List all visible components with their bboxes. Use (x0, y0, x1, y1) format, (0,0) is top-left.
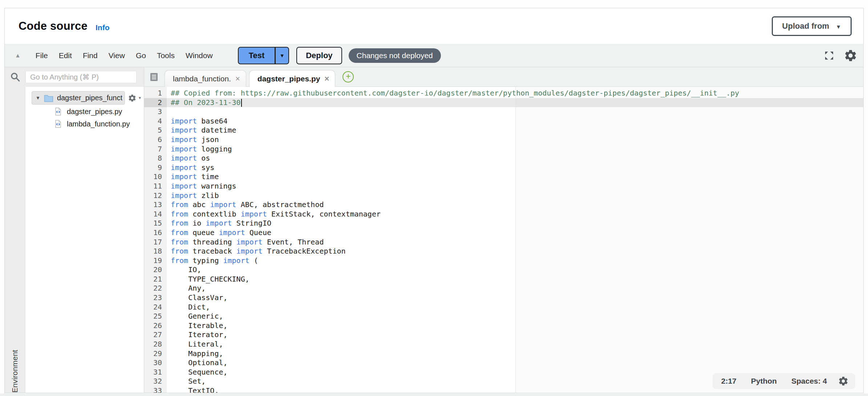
code-editor[interactable]: 1234567891011121314151617181920212223242… (144, 87, 863, 393)
code-line[interactable]: from abc import ABC, abstractmethod (167, 200, 863, 210)
code-line[interactable]: from typing import ( (167, 256, 863, 266)
gutter-line-number[interactable]: 22 (144, 284, 167, 293)
gutter-line-number[interactable]: 10 (144, 172, 167, 182)
folder-expand-caret-icon[interactable]: ▼ (36, 95, 40, 101)
code-line[interactable] (167, 107, 863, 117)
code-line[interactable]: import base64 (167, 117, 863, 126)
code-line[interactable]: import json (167, 135, 863, 145)
gutter-line-number[interactable]: 2 (144, 98, 167, 108)
close-tab-icon[interactable]: × (325, 75, 329, 83)
menu-item-tools[interactable]: Tools (151, 51, 180, 60)
gutter-line-number[interactable]: 16 (144, 228, 167, 238)
code-line[interactable]: import warnings (167, 182, 863, 191)
code-line[interactable]: from traceback import TracebackException (167, 247, 863, 256)
menu-item-window[interactable]: Window (180, 51, 218, 60)
settings-gear-icon[interactable] (844, 49, 857, 62)
fullscreen-expand-icon[interactable] (824, 50, 834, 61)
menu-item-view[interactable]: View (103, 51, 130, 60)
code-line[interactable]: Iterator, (167, 330, 863, 340)
add-tab-icon[interactable]: + (342, 71, 354, 82)
info-link[interactable]: Info (96, 23, 109, 32)
gutter-line-number[interactable]: 28 (144, 340, 167, 349)
code-line[interactable]: Any, (167, 284, 863, 293)
test-options-caret[interactable]: ▼ (275, 47, 289, 64)
menu-item-go[interactable]: Go (130, 51, 151, 60)
tab-label: dagster_pipes.py (257, 74, 320, 83)
code-line[interactable]: Iterable, (167, 321, 863, 331)
gutter-line-number[interactable]: 3 (144, 107, 167, 117)
gutter-line-number[interactable]: 11 (144, 182, 167, 191)
gutter-line-number[interactable]: 12 (144, 191, 167, 201)
code-line[interactable]: from contextlib import ExitStack, contex… (167, 210, 863, 219)
editor-status-bar: 2:17PythonSpaces: 4 (713, 373, 855, 389)
line-number-gutter[interactable]: 1234567891011121314151617181920212223242… (144, 87, 167, 393)
code-line[interactable]: Mapping, (167, 349, 863, 359)
code-line[interactable]: Literal, (167, 340, 863, 349)
gutter-line-number[interactable]: 24 (144, 303, 167, 312)
code-line[interactable]: Optional, (167, 358, 863, 368)
code-line[interactable]: from threading import Event, Thread (167, 238, 863, 247)
menu-item-edit[interactable]: Edit (53, 51, 77, 60)
code-line[interactable]: from io import StringIO (167, 219, 863, 228)
gutter-line-number[interactable]: 9 (144, 163, 167, 173)
gutter-line-number[interactable]: 29 (144, 349, 167, 359)
gutter-line-number[interactable]: 19 (144, 256, 167, 266)
menu-item-file[interactable]: File (30, 51, 53, 60)
gutter-line-number[interactable]: 17 (144, 238, 167, 247)
gutter-line-number[interactable]: 23 (144, 293, 167, 303)
gutter-line-number[interactable]: 1 (144, 89, 167, 98)
gutter-line-number[interactable]: 4 (144, 117, 167, 126)
code-line[interactable]: IO, (167, 265, 863, 275)
gutter-line-number[interactable]: 25 (144, 312, 167, 321)
code-line[interactable]: Dict, (167, 303, 863, 312)
code-line[interactable]: import logging (167, 145, 863, 154)
code-line[interactable]: ## Copied from: https://raw.githubuserco… (167, 89, 863, 98)
code-line[interactable]: import datetime (167, 126, 863, 135)
indentation-setting[interactable]: Spaces: 4 (791, 377, 827, 385)
gutter-line-number[interactable]: 15 (144, 219, 167, 228)
tree-folder[interactable]: ▼ dagster_pipes_funct (32, 91, 125, 105)
gutter-line-number[interactable]: 20 (144, 265, 167, 275)
gutter-line-number[interactable]: 31 (144, 368, 167, 377)
upload-from-button[interactable]: Upload from ▼ (772, 16, 852, 36)
gutter-line-number[interactable]: 30 (144, 358, 167, 368)
goto-anything-input[interactable] (25, 71, 137, 83)
menu-item-find[interactable]: Find (77, 51, 103, 60)
gutter-line-number[interactable]: 5 (144, 126, 167, 135)
code-line[interactable]: import sys (167, 163, 863, 173)
gutter-line-number[interactable]: 32 (144, 377, 167, 386)
code-line[interactable]: import zlib (167, 191, 863, 201)
folder-settings-gear-icon[interactable]: ▼ (128, 94, 142, 102)
environment-panel-tab[interactable]: Environment (5, 87, 25, 393)
deploy-button[interactable]: Deploy (296, 47, 342, 64)
tab-dagster_pipes_py[interactable]: dagster_pipes.py× (249, 70, 336, 87)
tree-file-dagster_pipes.py[interactable]: dagster_pipes.py (25, 105, 144, 118)
code-line[interactable]: TYPE_CHECKING, (167, 275, 863, 284)
code-line[interactable]: from queue import Queue (167, 228, 863, 238)
code-line[interactable]: ## On 2023-11-30 (167, 98, 863, 108)
tab-list-icon[interactable] (149, 72, 159, 82)
test-button[interactable]: Test (238, 47, 276, 64)
collapse-panel-icon[interactable]: ▲ (15, 52, 21, 59)
gutter-line-number[interactable]: 21 (144, 275, 167, 284)
language-mode[interactable]: Python (751, 377, 777, 385)
gutter-line-number[interactable]: 18 (144, 247, 167, 256)
tree-file-lambda_function.py[interactable]: lambda_function.py (25, 118, 144, 130)
gutter-line-number[interactable]: 13 (144, 200, 167, 210)
code-line[interactable]: Generic, (167, 312, 863, 321)
gutter-line-number[interactable]: 8 (144, 154, 167, 163)
gutter-line-number[interactable]: 7 (144, 145, 167, 154)
cursor-position[interactable]: 2:17 (721, 377, 737, 385)
gutter-line-number[interactable]: 14 (144, 210, 167, 219)
code-content[interactable]: ## Copied from: https://raw.githubuserco… (167, 87, 863, 393)
close-tab-icon[interactable]: × (235, 75, 240, 83)
gutter-line-number[interactable]: 33 (144, 386, 167, 393)
gutter-line-number[interactable]: 27 (144, 330, 167, 340)
tab-lambda_function_[interactable]: lambda_function.× (165, 70, 246, 87)
gutter-line-number[interactable]: 26 (144, 321, 167, 331)
gutter-line-number[interactable]: 6 (144, 135, 167, 145)
status-gear-icon[interactable] (838, 376, 849, 387)
code-line[interactable]: import time (167, 172, 863, 182)
code-line[interactable]: ClassVar, (167, 293, 863, 303)
code-line[interactable]: import os (167, 154, 863, 163)
